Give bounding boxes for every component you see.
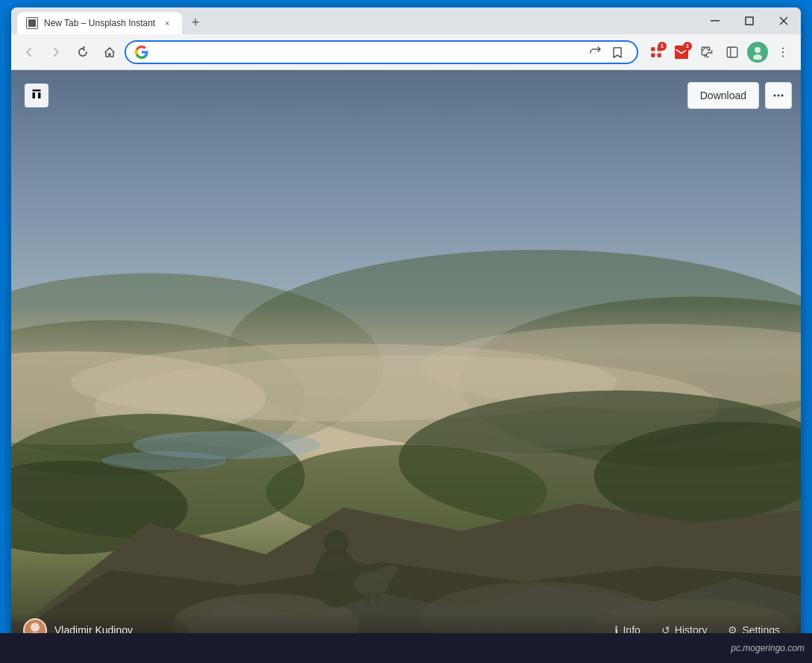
- extensions-icon[interactable]: 1: [644, 40, 668, 64]
- address-input-wrapper: [125, 40, 638, 64]
- browser-tab[interactable]: New Tab – Unsplash Instant ×: [17, 12, 182, 34]
- gmail-badge: 1: [683, 42, 692, 51]
- google-icon: [135, 45, 148, 59]
- tab-title: New Tab – Unsplash Instant: [44, 18, 155, 28]
- svg-point-14: [782, 47, 784, 48]
- scene-svg: [11, 70, 801, 648]
- svg-rect-9: [727, 47, 737, 57]
- svg-point-16: [782, 55, 784, 57]
- menu-button[interactable]: [771, 40, 795, 64]
- window-controls: [698, 7, 801, 34]
- sidebar-icon[interactable]: [720, 40, 744, 64]
- avatar: [747, 42, 768, 63]
- svg-rect-7: [651, 53, 655, 57]
- url-input[interactable]: [154, 46, 579, 58]
- title-bar: New Tab – Unsplash Instant × +: [11, 7, 801, 34]
- toolbar-icons: 1 1: [644, 40, 795, 64]
- unsplash-logo[interactable]: [23, 82, 50, 109]
- bookmark-icon[interactable]: [607, 42, 628, 63]
- tab-close-button[interactable]: ×: [161, 17, 173, 29]
- svg-rect-0: [711, 20, 720, 22]
- refresh-button[interactable]: [71, 40, 95, 64]
- maximize-button[interactable]: [732, 7, 767, 34]
- new-tab-button[interactable]: +: [185, 12, 206, 33]
- puzzle-icon[interactable]: [695, 40, 719, 64]
- unsplash-icon: [25, 84, 48, 107]
- gmail-icon[interactable]: 1: [670, 40, 693, 64]
- page-content: Download Vladimir Kudinov ℹ Info ↺ Histo: [11, 70, 801, 648]
- svg-rect-1: [746, 17, 753, 25]
- home-button[interactable]: [98, 40, 122, 64]
- svg-point-46: [386, 565, 399, 575]
- svg-point-50: [778, 95, 780, 97]
- svg-point-40: [102, 451, 227, 470]
- svg-point-41: [314, 548, 358, 608]
- profile-icon[interactable]: [746, 40, 769, 64]
- address-bar: 1 1: [11, 34, 801, 70]
- forward-button[interactable]: [44, 40, 68, 64]
- back-button[interactable]: [17, 40, 41, 64]
- svg-point-51: [781, 95, 784, 97]
- svg-point-42: [324, 530, 349, 556]
- svg-rect-4: [651, 47, 655, 51]
- download-button[interactable]: Download: [687, 82, 759, 109]
- share-icon[interactable]: [585, 42, 605, 63]
- extensions-badge: 1: [658, 42, 667, 51]
- close-button[interactable]: [767, 7, 801, 34]
- browser-window: New Tab – Unsplash Instant × +: [11, 7, 801, 648]
- svg-rect-48: [375, 594, 380, 605]
- address-icons: [585, 42, 628, 63]
- tab-favicon: [26, 17, 38, 29]
- taskbar: pc.mogeringo.com: [0, 633, 812, 663]
- watermark: pc.mogeringo.com: [731, 643, 805, 653]
- svg-point-49: [774, 95, 776, 97]
- svg-point-15: [782, 51, 784, 52]
- svg-rect-47: [366, 592, 371, 605]
- minimize-button[interactable]: [698, 7, 732, 34]
- svg-point-12: [755, 47, 761, 53]
- more-options-button[interactable]: [765, 82, 792, 109]
- svg-rect-6: [658, 53, 661, 57]
- svg-point-53: [31, 623, 40, 632]
